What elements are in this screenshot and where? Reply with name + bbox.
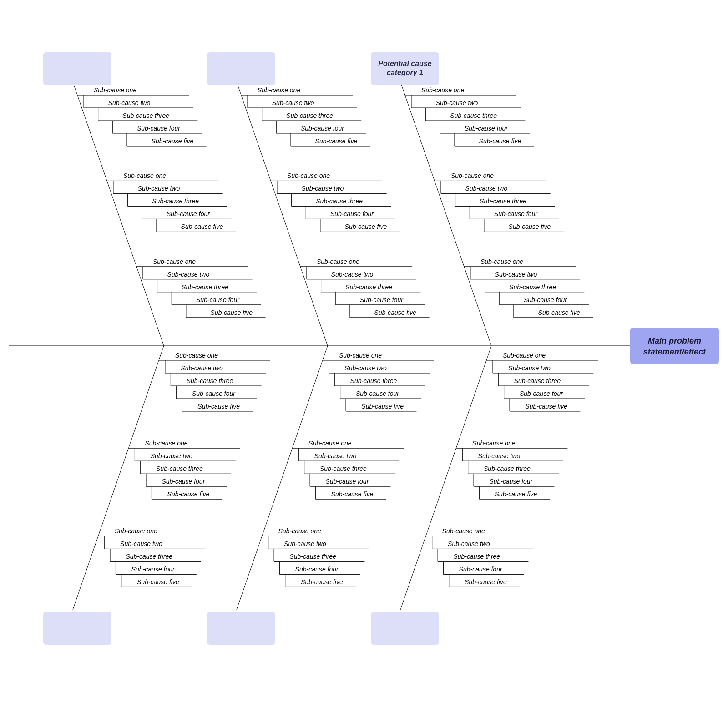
bottom-branch-0-b1-sublabel-3: Sub-cause four (162, 478, 205, 485)
top-branch-2-b2-sublabel-0: Sub-cause one (480, 258, 523, 265)
top-branch-1-b0-sublabel-0: Sub-cause one (258, 86, 300, 94)
bottom-branch-0-b1-sublabel-4: Sub-cause five (167, 490, 210, 498)
bottom-branch-1-b0-sublabel-4: Sub-cause five (361, 403, 404, 410)
bottom-branch-0-b1-sublabel-2: Sub-cause three (156, 465, 203, 472)
top-branch-1-b2-sublabel-1: Sub-cause two (331, 271, 374, 278)
top-branch-2-b0-sublabel-4: Sub-cause five (479, 137, 521, 145)
top-branch-0-b2-sublabel-0: Sub-cause one (153, 258, 196, 265)
top-branch-0-b2-sublabel-2: Sub-cause three (182, 283, 228, 291)
top-branch-0-b1-sublabel-3: Sub-cause four (167, 210, 210, 217)
bottom-branch-1-b0-sublabel-3: Sub-cause four (356, 390, 399, 397)
bottom-branch-1-b0-sublabel-2: Sub-cause three (350, 377, 397, 384)
top-branch-2-category-label-line2: category 1 (387, 69, 423, 76)
top-branch-0-b0-sublabel-3: Sub-cause four (137, 125, 181, 132)
top-branch-2-b1-sublabel-4: Sub-cause five (509, 223, 551, 230)
top-branch-1-b2-sublabel-2: Sub-cause three (345, 283, 392, 291)
top-branch-2-b1-sublabel-1: Sub-cause two (465, 185, 508, 192)
bottom-branch-2-b1-sublabel-3: Sub-cause four (489, 478, 533, 485)
top-branch-2-b1-sublabel-2: Sub-cause three (480, 197, 526, 205)
top-branch-2-b2-sublabel-1: Sub-cause two (495, 271, 537, 278)
top-branch-0-b0-sublabel-2: Sub-cause three (122, 112, 169, 119)
bottom-branch-1-b1-sublabel-1: Sub-cause two (314, 452, 357, 460)
bottom-branch-2-b2-sublabel-4: Sub-cause five (465, 578, 507, 586)
top-branch-0-b2-sublabel-1: Sub-cause two (167, 271, 210, 278)
head-label-line1: Main problem (648, 336, 701, 345)
top-branch-0-b1-sublabel-1: Sub-cause two (138, 185, 180, 192)
bottom-branch-1-b2-sublabel-1: Sub-cause two (284, 540, 326, 547)
bottom-branch-1-b1-sublabel-3: Sub-cause four (325, 478, 369, 485)
bottom-branch-2-b0-sublabel-4: Sub-cause five (525, 403, 567, 410)
top-branch-2-b2-sublabel-3: Sub-cause four (524, 296, 567, 303)
bottom-branch-1-b0-sublabel-1: Sub-cause two (344, 364, 387, 372)
bottom-branch-0-category-box (43, 612, 111, 645)
top-branch-1-b2-sublabel-3: Sub-cause four (360, 296, 404, 303)
top-branch-2-b0-sublabel-1: Sub-cause two (436, 99, 478, 106)
top-branch-0-category-box (43, 52, 111, 85)
bottom-branch-2-b1-sublabel-0: Sub-cause one (472, 440, 515, 447)
bottom-branch-1-b2-sublabel-0: Sub-cause one (278, 527, 321, 535)
bottom-branch-1-b1-sublabel-2: Sub-cause three (320, 465, 367, 472)
bottom-branch-0-b0-sublabel-1: Sub-cause two (181, 364, 223, 372)
top-branch-0-b0-sublabel-0: Sub-cause one (94, 86, 136, 94)
bottom-branch-2-b1-sublabel-1: Sub-cause two (478, 452, 521, 460)
top-branch-1-b0-sublabel-2: Sub-cause three (286, 112, 333, 119)
head-label-line2: statement/effect (643, 347, 707, 356)
top-branch-2-category-label-line1: Potential cause (378, 60, 431, 67)
bottom-branch-1-b0-sublabel-0: Sub-cause one (339, 352, 382, 359)
top-branch-1-b0-sublabel-1: Sub-cause two (272, 99, 314, 106)
bottom-branch-0-b0-sublabel-3: Sub-cause four (192, 390, 236, 397)
top-branch-1-b1-sublabel-4: Sub-cause five (345, 223, 387, 230)
top-branch-1-diagonal (237, 82, 328, 346)
bottom-branch-0-b0-sublabel-2: Sub-cause three (187, 377, 233, 384)
top-branch-1-category-box (207, 52, 275, 85)
top-branch-2-b0-sublabel-0: Sub-cause one (421, 86, 464, 94)
bottom-branch-0-b0-sublabel-4: Sub-cause five (197, 403, 240, 410)
bottom-branch-2-b2-sublabel-2: Sub-cause three (453, 553, 500, 560)
top-branch-2-b2-sublabel-2: Sub-cause three (509, 283, 556, 291)
bottom-branch-1-b2-sublabel-3: Sub-cause four (295, 566, 339, 573)
bottom-branch-1-b1-sublabel-4: Sub-cause five (331, 490, 374, 498)
bottom-branch-2-b2-sublabel-3: Sub-cause four (459, 566, 503, 573)
bottom-branch-0-b0-sublabel-0: Sub-cause one (175, 352, 218, 359)
bottom-branch-2-b0-sublabel-1: Sub-cause two (508, 364, 551, 372)
bottom-branch-2-b0-sublabel-2: Sub-cause three (514, 377, 561, 384)
bottom-branch-0-b1-sublabel-1: Sub-cause two (151, 452, 193, 460)
top-branch-2-b1-sublabel-3: Sub-cause four (494, 210, 538, 217)
top-branch-2-diagonal (400, 82, 491, 346)
top-branch-1-b0-sublabel-4: Sub-cause five (315, 137, 358, 145)
bottom-branch-2-b0-sublabel-0: Sub-cause one (503, 352, 546, 359)
top-branch-1-b1-sublabel-2: Sub-cause three (316, 197, 363, 205)
top-branch-2-b0-sublabel-3: Sub-cause four (465, 125, 508, 132)
bottom-branch-1-category-box (207, 612, 275, 645)
top-branch-0-b1-sublabel-2: Sub-cause three (152, 197, 199, 205)
bottom-branch-0-b2-sublabel-1: Sub-cause two (120, 540, 162, 547)
top-branch-0-b1-sublabel-4: Sub-cause five (181, 223, 223, 230)
top-branch-2-b2-sublabel-4: Sub-cause five (538, 309, 581, 316)
bottom-branch-2-category-box (371, 612, 439, 645)
bottom-branch-2-b2-sublabel-0: Sub-cause one (442, 527, 485, 535)
top-branch-0-b0-sublabel-4: Sub-cause five (152, 137, 194, 145)
bottom-branch-1-b1-sublabel-0: Sub-cause one (308, 440, 351, 447)
bottom-branch-0-b2-sublabel-2: Sub-cause three (126, 553, 172, 560)
top-branch-1-b0-sublabel-3: Sub-cause four (301, 125, 344, 132)
bottom-branch-0-b2-sublabel-3: Sub-cause four (131, 566, 175, 573)
top-branch-2-b0-sublabel-2: Sub-cause three (450, 112, 497, 119)
bottom-branch-2-b2-sublabel-1: Sub-cause two (448, 540, 490, 547)
bottom-branch-2-b1-sublabel-2: Sub-cause three (484, 465, 531, 472)
bottom-branch-0-b1-sublabel-0: Sub-cause one (145, 440, 187, 447)
top-branch-1-b1-sublabel-0: Sub-cause one (287, 172, 330, 179)
bottom-branch-0-b2-sublabel-0: Sub-cause one (115, 527, 157, 535)
bottom-branch-2-b1-sublabel-4: Sub-cause five (495, 490, 537, 498)
top-branch-1-b1-sublabel-1: Sub-cause two (302, 185, 344, 192)
bottom-branch-0-b2-sublabel-4: Sub-cause five (137, 578, 179, 586)
top-branch-1-b2-sublabel-0: Sub-cause one (317, 258, 359, 265)
top-branch-0-b2-sublabel-4: Sub-cause five (211, 309, 253, 316)
top-branch-2-b1-sublabel-0: Sub-cause one (451, 172, 494, 179)
top-branch-1-b2-sublabel-4: Sub-cause five (374, 309, 417, 316)
top-branch-0-b2-sublabel-3: Sub-cause four (196, 296, 240, 303)
bottom-branch-2-b0-sublabel-3: Sub-cause four (520, 390, 563, 397)
bottom-branch-1-b2-sublabel-2: Sub-cause three (289, 553, 336, 560)
head-box (630, 328, 719, 364)
top-branch-1-b1-sublabel-3: Sub-cause four (330, 210, 374, 217)
top-branch-0-diagonal (73, 82, 164, 346)
